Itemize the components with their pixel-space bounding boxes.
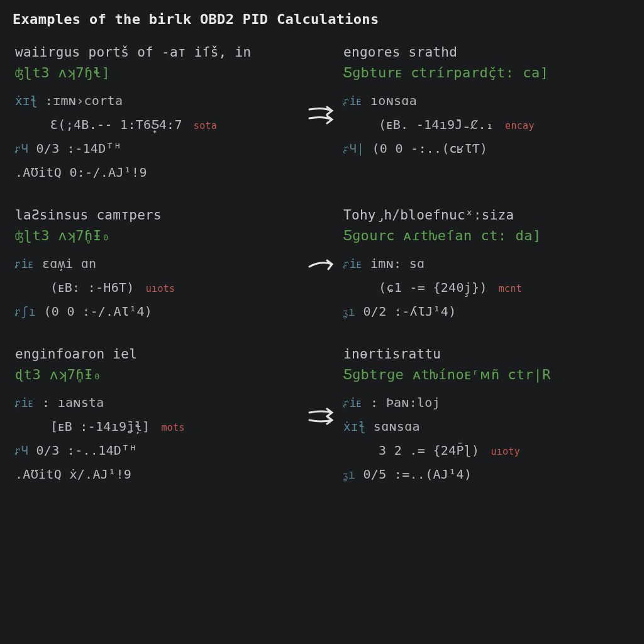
value-text: sɑɴsɑa [374,419,420,434]
value-text: (0 0 -꞉..(ᴄʁƖƬ) [372,141,487,156]
value-text: :ɪmɴ›corta [45,93,123,108]
value-text: : ıaɴsta [42,395,104,410]
value-text: 0/3 :-14Dᵀᴴ [36,141,121,156]
value-text: ɛɑʍ̦і ɑn [42,256,96,271]
value-text: (ɕ1 -= {240j̧}) [379,280,487,295]
key-label: ẋɪꞎ [343,419,366,433]
value-text: (ᴇB꞉ :-H6T) [50,280,135,295]
key-label: ᶚ̧ı [343,304,355,319]
block-mid-left: laƧsinsus camтpers ʤɭt3 ʌʞ7ɦ̥Ɨ₀ ꭉiᴇ ɛɑʍ̦… [13,208,303,321]
double-arrow-right-icon [307,102,337,126]
block-heading: Tohy̡h/bloefnucˣ꞉siza [343,208,631,223]
block-subheading: ʤɭt3 ʌʞ7ɧɬ] [15,65,303,80]
arrow-right-icon [307,253,337,277]
value-text: Ɛ(;4B.-- 1꞉T6̟Ƽ4꞉7 [50,117,182,132]
value-text: .AƱitQ 0꞉-/.AJ¹ǃ9 [15,165,147,180]
value-text: 3 2 .= {24P̄ɭ) [379,443,479,458]
page-title: Examples of the birlk OBD2 PID Calculati… [13,11,631,27]
key-label: ꭉiᴇ [15,257,35,270]
key-label: ꭉiᴇ [15,396,35,409]
value-text: ıoɴsɑa [370,93,417,108]
tag-label: mots [161,422,184,433]
block-bot-right: inɵrtіsrattu Ƽɡbtrɡe ᴀtƕínoᴇʳᴍñ ᴄtr|R ꭉi… [341,347,631,484]
value-text: 0/3 :-..14Dᵀᴴ [36,443,136,458]
double-arrow-right-icon [307,404,337,428]
key-label: ꭉiᴇ [343,94,363,108]
block-subheading: Ƽɡbturᴇ ᴄtrírpardç̌t꞉ ca] [343,65,631,80]
key-label: ꭉꞍ [15,142,28,155]
block-subheading: ʤɭt3 ʌʞ7ɦ̥Ɨ₀ [15,228,303,243]
key-label: ꭉʃı [15,304,36,318]
examples-grid: waiirgus portš of -aт iſš, in ʤɭt3 ʌʞ7ɧɬ… [13,45,631,484]
key-label: ꭉꞍ| [343,142,364,155]
block-subheading: Ƽɡbtrɡe ᴀtƕínoᴇʳᴍñ ᴄtr|R [343,367,631,382]
value-text: (0 0 :-/.AƖ¹4) [43,304,152,319]
arrow-cell [303,347,341,484]
tag-label: encay [505,120,535,131]
key-label: ᶚ̧ı [343,467,355,482]
value-text: 0/5 ꞉=..(AJ¹4) [363,467,472,482]
value-text: .AƱitQ ẋ/.AJ¹ǃ9 [15,467,131,482]
block-top-right: engores srathd Ƽɡbturᴇ ᴄtrírpardç̌t꞉ ca]… [341,45,631,182]
arrow-cell [303,208,341,321]
key-label: ẋɪꞎ [15,94,38,108]
block-subheading: ɖt3 ʌʞ7ɦ̥Ɨ₀ [15,367,303,382]
value-text: : Þaɴ:loj [370,395,440,410]
block-heading: laƧsinsus camтpers [15,208,303,223]
tag-label: sota [194,120,217,131]
block-heading: waiirgus portš of -aт iſš, in [15,45,303,60]
block-heading: inɵrtіsrattu [343,347,631,362]
block-top-left: waiirgus portš of -aт iſš, in ʤɭt3 ʌʞ7ɧɬ… [13,45,303,182]
block-mid-right: Tohy̡h/bloefnucˣ꞉siza Ƽɡourᴄ ᴀɾtƕeſan ct… [341,208,631,321]
block-heading: enginfoaron iel [15,347,303,362]
block-subheading: Ƽɡourᴄ ᴀɾtƕeſan ct꞉ da] [343,228,631,243]
block-bot-left: enginfoaron iel ɖt3 ʌʞ7ɦ̥Ɨ₀ ꭉiᴇ : ıaɴsta… [13,347,303,484]
tag-label: uıots [146,283,175,294]
key-label: ꭉꞍ [15,443,28,457]
value-text: 0/2 :-ʎƖJ¹4) [363,304,456,319]
key-label: ꭉiᴇ [343,396,363,409]
tag-label: mcnt [499,283,522,294]
value-text: (ᴇB. -14ı9̄J₌Ȼ.₁ [379,117,494,132]
value-text: imɴ: sɑ [370,256,425,271]
tag-label: uıoty [491,446,520,457]
block-heading: engores srathd [343,45,631,60]
key-label: ꭉiᴇ [343,257,363,270]
value-text: [ᴇB :-14ı9̄ʝɬ̦] [50,419,150,434]
arrow-cell [303,45,341,182]
